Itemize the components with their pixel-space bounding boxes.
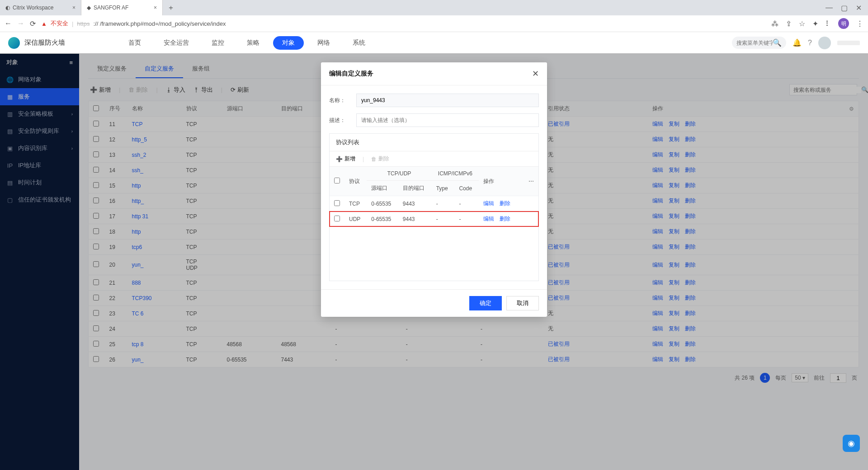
cancel-button[interactable]: 取消 — [506, 296, 539, 310]
top-nav-item[interactable]: 监控 — [203, 36, 233, 50]
cell-dst: 9443 — [398, 212, 432, 227]
cell-type: - — [432, 196, 455, 212]
edit-service-modal: 编辑自定义服务 ✕ 名称： 描述： 协议列表 ➕ 新增 | 🗑 删除 — [321, 62, 547, 317]
profile-avatar[interactable]: 明 — [838, 18, 849, 29]
cell-proto: TCP — [344, 196, 367, 212]
more-icon[interactable]: ⠇ — [826, 19, 831, 28]
protocol-table: 协议 TCP/UDP ICMP/ICMPv6 操作 ⋯ 源端口 目的端口 Typ… — [330, 167, 538, 226]
top-nav-item[interactable]: 对象 — [273, 36, 304, 50]
insecure-icon: ▲ — [41, 20, 47, 27]
edit-link[interactable]: 编辑 — [483, 216, 494, 222]
url-scheme: https — [77, 20, 90, 27]
browser-tabs: ◐ Citrix Workspace × ◆ SANGFOR AF × ＋ — … — [0, 0, 868, 15]
tab-title: Citrix Workspace — [13, 5, 53, 11]
col-tcpudp: TCP/UDP — [367, 167, 431, 181]
cell-dst: 9443 — [398, 196, 432, 212]
tab-favicon: ◆ — [87, 5, 91, 11]
app-header: 深信服防火墙 首页安全运营监控策略对象网络系统 🔍 🔔 ? — [0, 32, 868, 54]
tab-favicon: ◐ — [5, 5, 10, 11]
protocol-panel: 协议列表 ➕ 新增 | 🗑 删除 协议 TCP/UDP ICMP/ICMPv6 … — [329, 133, 539, 281]
browser-tab[interactable]: ◆ SANGFOR AF × — [81, 0, 163, 15]
assistant-icon[interactable]: ◉ — [843, 435, 860, 452]
top-nav-item[interactable]: 网络 — [308, 36, 339, 50]
help-icon[interactable]: ? — [808, 39, 812, 47]
col-op: 操作 — [479, 167, 524, 196]
window-controls: — ▢ ✕ — [819, 4, 868, 12]
proto-select-all[interactable] — [334, 178, 340, 183]
top-nav-item[interactable]: 策略 — [238, 36, 269, 50]
col-code: Code — [454, 181, 479, 196]
cell-proto: UDP — [344, 212, 367, 227]
proto-row-checkbox[interactable] — [334, 216, 340, 221]
cell-code: - — [454, 212, 479, 227]
star-icon[interactable]: ☆ — [799, 19, 805, 28]
menu-search-input[interactable] — [736, 40, 773, 46]
name-input[interactable] — [356, 94, 539, 107]
user-name — [837, 41, 860, 45]
top-nav-item[interactable]: 首页 — [119, 36, 150, 50]
cell-src: 0-65535 — [367, 212, 398, 227]
maximize-icon[interactable]: ▢ — [841, 4, 848, 12]
edit-link[interactable]: 编辑 — [483, 200, 494, 207]
url-text: :// /framework.php#mod=/mod_policy/servi… — [93, 20, 226, 27]
proto-delete-button[interactable]: 🗑 删除 — [371, 155, 389, 163]
cell-code: - — [454, 196, 479, 212]
share-icon[interactable]: ⇪ — [786, 19, 792, 28]
tab-title: SANGFOR AF — [94, 5, 128, 11]
translate-icon[interactable]: ⁂ — [771, 19, 778, 28]
app-title: 深信服防火墙 — [24, 38, 65, 47]
modal-overlay[interactable]: 编辑自定义服务 ✕ 名称： 描述： 协议列表 ➕ 新增 | 🗑 删除 — [0, 53, 868, 470]
menu-search[interactable]: 🔍 — [732, 37, 786, 49]
name-label: 名称： — [329, 97, 356, 104]
forward-icon[interactable]: → — [17, 19, 24, 28]
bell-icon[interactable]: 🔔 — [793, 38, 802, 47]
protocol-row: TCP0-655359443--编辑删除 — [330, 196, 538, 212]
close-icon[interactable]: ✕ — [532, 69, 539, 79]
menu-icon[interactable]: ⋮ — [856, 19, 863, 28]
delete-link[interactable]: 删除 — [500, 200, 510, 207]
desc-input[interactable] — [356, 113, 539, 127]
delete-link[interactable]: 删除 — [500, 216, 510, 222]
col-dst: 目的端口 — [398, 181, 432, 196]
protocol-row: UDP0-655359443--编辑删除 — [330, 212, 538, 227]
search-icon[interactable]: 🔍 — [773, 38, 782, 47]
cell-src: 0-65535 — [367, 196, 398, 212]
insecure-label: 不安全 — [51, 19, 68, 28]
proto-add-button[interactable]: ➕ 新增 — [336, 155, 355, 163]
col-proto: 协议 — [344, 167, 367, 196]
top-nav: 首页安全运营监控策略对象网络系统 — [119, 36, 374, 50]
user-avatar[interactable] — [818, 37, 831, 49]
col-src: 源端口 — [367, 181, 398, 196]
top-nav-item[interactable]: 系统 — [344, 36, 374, 50]
browser-tab[interactable]: ◐ Citrix Workspace × — [0, 0, 81, 15]
new-tab-button[interactable]: ＋ — [163, 3, 179, 13]
extensions-icon[interactable]: ✦ — [812, 19, 818, 28]
reload-icon[interactable]: ⟳ — [30, 19, 36, 28]
protocol-panel-title: 协议列表 — [330, 134, 538, 151]
browser-chrome: ◐ Citrix Workspace × ◆ SANGFOR AF × ＋ — … — [0, 0, 868, 32]
col-icmp: ICMP/ICMPv6 — [432, 167, 479, 181]
minimize-icon[interactable]: — — [826, 4, 833, 12]
col-type: Type — [432, 181, 455, 196]
desc-label: 描述： — [329, 117, 356, 124]
close-icon[interactable]: × — [72, 5, 75, 11]
ok-button[interactable]: 确定 — [469, 296, 502, 310]
url-field[interactable]: ▲ 不安全 | https :// /framework.php#mod=/mo… — [41, 19, 766, 28]
modal-title: 编辑自定义服务 — [329, 70, 373, 78]
app-logo-icon — [8, 37, 20, 49]
more-icon[interactable]: ⋯ — [528, 178, 534, 184]
close-icon[interactable]: × — [154, 5, 157, 11]
close-window-icon[interactable]: ✕ — [856, 4, 862, 12]
address-bar: ← → ⟳ ▲ 不安全 | https :// /framework.php#m… — [0, 15, 868, 32]
proto-row-checkbox[interactable] — [334, 200, 340, 206]
top-nav-item[interactable]: 安全运营 — [155, 36, 198, 50]
cell-type: - — [432, 212, 455, 227]
back-icon[interactable]: ← — [5, 19, 12, 28]
